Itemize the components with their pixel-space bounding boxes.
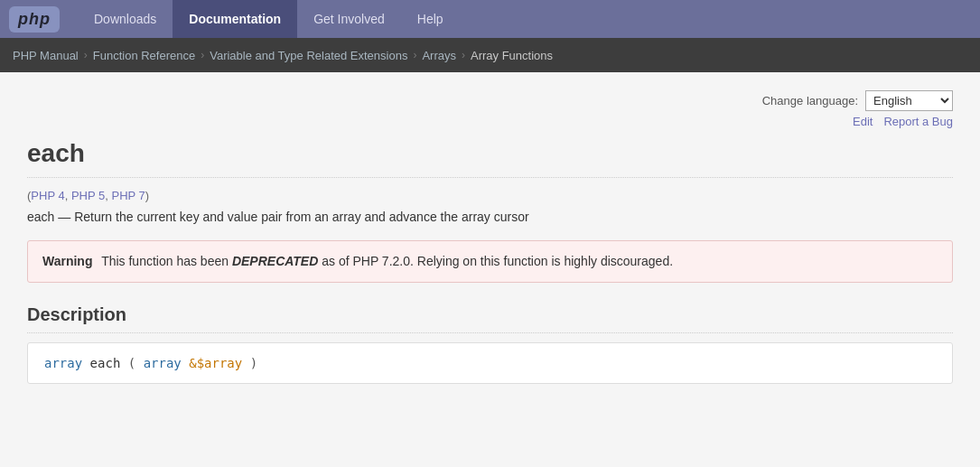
change-language-row: Change language: English German French S… [27, 90, 953, 111]
breadcrumb-variable-extensions[interactable]: Variable and Type Related Extensions [210, 49, 407, 62]
nav-help[interactable]: Help [401, 0, 460, 38]
warning-label: Warning [42, 254, 92, 268]
version-php7: PHP 7 [112, 189, 145, 202]
php-logo[interactable]: php [9, 6, 60, 33]
breadcrumb-array-functions: Array Functions [471, 49, 553, 62]
change-language-label: Change language: [762, 94, 858, 107]
breadcrumb-sep-2: › [201, 49, 204, 61]
edit-link[interactable]: Edit [853, 115, 873, 128]
code-param-ref: &$array [189, 356, 242, 370]
main-content: Change language: English German French S… [0, 72, 980, 467]
code-param-type: array [144, 356, 182, 370]
breadcrumb-sep-3: › [413, 49, 416, 61]
warning-box: Warning This function has been DEPRECATE… [27, 240, 953, 283]
breadcrumb-function-reference[interactable]: Function Reference [93, 49, 195, 62]
version-tags: (PHP 4, PHP 5, PHP 7) [27, 189, 953, 202]
breadcrumb-arrays[interactable]: Arrays [422, 49, 456, 62]
action-links: Edit Report a Bug [27, 115, 953, 128]
description-section-title: Description [27, 304, 953, 333]
breadcrumb: PHP Manual › Function Reference › Variab… [0, 38, 980, 72]
language-select[interactable]: English German French Spanish Japanese P… [865, 90, 953, 111]
nav-documentation[interactable]: Documentation [173, 0, 297, 38]
code-close-paren: ) [250, 356, 257, 370]
nav-get-involved[interactable]: Get Involved [297, 0, 401, 38]
version-php4: PHP 4 [31, 189, 64, 202]
nav-links: Downloads Documentation Get Involved Hel… [78, 0, 460, 38]
breadcrumb-php-manual[interactable]: PHP Manual [13, 49, 79, 62]
report-bug-link[interactable]: Report a Bug [883, 115, 953, 128]
warning-text-after: as of PHP 7.2.0. Relying on this functio… [322, 254, 673, 268]
version-php5: PHP 5 [71, 189, 105, 202]
warning-text-before: This function has been [101, 254, 229, 268]
breadcrumb-sep-1: › [84, 49, 88, 61]
code-return-type: array [44, 356, 82, 370]
php-logo-text: php [9, 6, 60, 33]
top-navigation: php Downloads Documentation Get Involved… [0, 0, 980, 38]
code-open-paren: ( [128, 356, 135, 370]
nav-downloads[interactable]: Downloads [78, 0, 173, 38]
breadcrumb-sep-4: › [462, 49, 465, 61]
function-description: each — Return the current key and value … [27, 210, 953, 224]
code-func-name: each [90, 356, 121, 370]
function-title: each [27, 139, 953, 178]
warning-deprecated: DEPRECATED [232, 254, 318, 268]
code-block: array each ( array &$array ) [27, 342, 953, 384]
